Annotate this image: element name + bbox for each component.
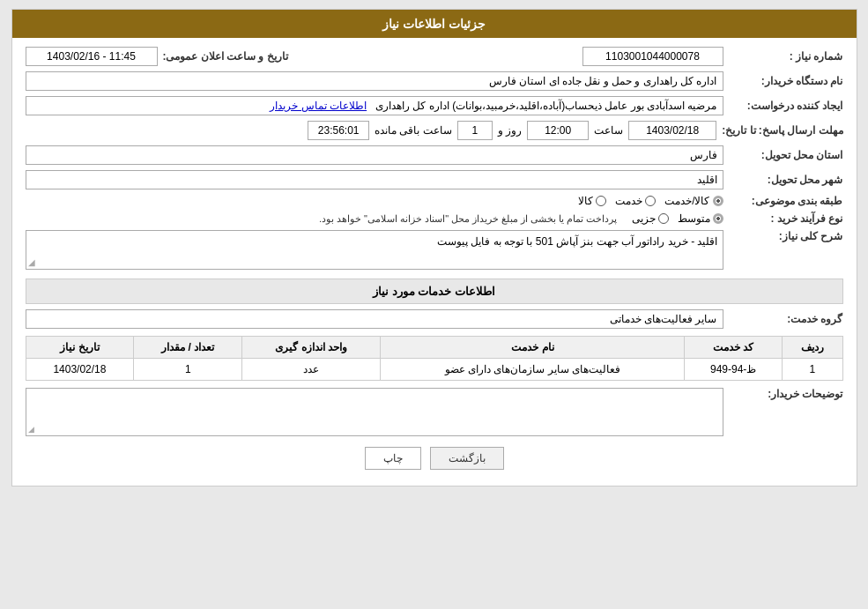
services-table: ردیف کد خدمت نام خدمت واحد اندازه گیری ت… — [26, 336, 843, 381]
creator-value: مرضیه اسدآبادی بور عامل ذیحساب(آباده،اقل… — [26, 96, 723, 115]
province-label: استان محل تحویل: — [729, 149, 843, 161]
purchase-type-label: نوع فرآیند خرید : — [729, 212, 843, 225]
radio-kala-khadamat[interactable]: کالا/خدمت — [664, 195, 723, 207]
province-value: فارس — [26, 145, 723, 165]
purchase-type-note: پرداخت تمام یا بخشی از مبلغ خریداز محل "… — [319, 213, 618, 225]
service-group-label: گروه خدمت: — [729, 313, 843, 325]
buyer-label: نام دستگاه خریدار: — [729, 75, 843, 87]
city-row: شهر محل تحویل: اقلید — [26, 170, 843, 189]
content-area: شماره نیاز : 1103001044000078 تاریخ و سا… — [12, 38, 857, 486]
contact-link[interactable]: اطلاعات تماس خریدار — [270, 100, 367, 112]
cell-quantity: 1 — [134, 359, 242, 381]
radio-jozi[interactable]: جزیی — [632, 212, 669, 225]
description-textarea[interactable]: اقلید - خرید راداتور آب جهت بنز آپاش 501… — [26, 230, 723, 270]
radio-motavasset[interactable]: متوسط — [678, 212, 723, 225]
reply-days-label: روز و — [498, 124, 522, 137]
need-number-label: شماره نیاز : — [729, 50, 843, 63]
radio-khadamat[interactable]: خدمت — [615, 195, 656, 207]
radio-kala-circle — [596, 196, 606, 206]
reply-remaining-value: 23:56:01 — [308, 121, 369, 140]
category-label: طبقه بندی موضوعی: — [729, 195, 843, 207]
radio-khadamat-circle — [645, 196, 656, 206]
col-header-service-code: کد خدمت — [685, 337, 783, 359]
reply-date-row: مهلت ارسال پاسخ: تا تاریخ: 1403/02/18 سا… — [26, 121, 843, 140]
buyer-row: نام دستگاه خریدار: اداره کل راهداری و حم… — [26, 71, 843, 91]
announcement-date-label: تاریخ و ساعت اعلان عمومی: — [163, 50, 288, 63]
reply-days-value: 1 — [457, 121, 493, 140]
cell-service-name: فعالیت‌های سایر سازمان‌های دارای عضو — [381, 359, 685, 381]
buyer-value: اداره کل راهداری و حمل و نقل جاده ای است… — [26, 71, 723, 91]
reply-time-value: 12:00 — [527, 121, 589, 140]
radio-kala-label: کالا — [578, 195, 593, 207]
need-number-value: 1103001044000078 — [582, 47, 723, 66]
radio-jozi-label: جزیی — [632, 212, 656, 225]
province-row: استان محل تحویل: فارس — [26, 145, 843, 165]
service-group-row: گروه خدمت: سایر فعالیت‌های خدماتی — [26, 309, 843, 329]
description-value: اقلید - خرید راداتور آب جهت بنز آپاش 501… — [437, 235, 717, 248]
page-container: جزئیات اطلاعات نیاز شماره نیاز : 1103001… — [11, 9, 857, 486]
cell-row-num: 1 — [782, 359, 842, 381]
creator-text: مرضیه اسدآبادی بور عامل ذیحساب(آباده،اقل… — [375, 100, 716, 112]
print-button[interactable]: چاپ — [365, 447, 421, 470]
city-value: اقلید — [26, 170, 723, 189]
radio-kala-khadamat-label: کالا/خدمت — [664, 195, 709, 207]
reply-date-label: مهلت ارسال پاسخ: تا تاریخ: — [722, 124, 842, 137]
radio-kala-khadamat-circle — [713, 196, 723, 206]
purchase-type-row: نوع فرآیند خرید : متوسط جزیی پرداخت تمام… — [26, 212, 843, 225]
announcement-date-value: 1403/02/16 - 11:45 — [26, 47, 158, 66]
radio-motavasset-circle — [713, 213, 723, 224]
buyer-desc-label: توضیحات خریدار: — [729, 388, 843, 400]
reply-date-value: 1403/02/18 — [628, 121, 716, 140]
services-table-section: ردیف کد خدمت نام خدمت واحد اندازه گیری ت… — [26, 336, 843, 381]
cell-unit: عدد — [242, 359, 381, 381]
buyer-desc-textarea[interactable]: ◢ — [26, 388, 723, 436]
page-title: جزئیات اطلاعات نیاز — [382, 17, 486, 31]
col-header-quantity: تعداد / مقدار — [134, 337, 242, 359]
buyer-desc-resize-icon: ◢ — [28, 425, 34, 434]
page-header: جزئیات اطلاعات نیاز — [12, 10, 857, 38]
category-row: طبقه بندی موضوعی: کالا/خدمت خدمت کالا — [26, 195, 843, 207]
creator-label: ایجاد کننده درخواست: — [729, 100, 843, 112]
col-header-row-num: ردیف — [782, 337, 842, 359]
col-header-unit: واحد اندازه گیری — [242, 337, 381, 359]
radio-motavasset-label: متوسط — [678, 212, 710, 225]
radio-jozi-circle — [658, 213, 669, 224]
reply-time-label: ساعت — [594, 124, 623, 137]
description-row: شرح کلی نیاز: اقلید - خرید راداتور آب جه… — [26, 230, 843, 270]
creator-row: ایجاد کننده درخواست: مرضیه اسدآبادی بور … — [26, 96, 843, 115]
service-group-value: سایر فعالیت‌های خدماتی — [26, 309, 723, 329]
cell-service-code: ظ-94-949 — [685, 359, 783, 381]
purchase-type-options: متوسط جزیی — [632, 212, 723, 225]
col-header-date: تاریخ نیاز — [26, 337, 134, 359]
reply-remaining-label: ساعت باقی مانده — [375, 124, 452, 137]
resize-icon: ◢ — [28, 257, 35, 267]
table-row: 1 ظ-94-949 فعالیت‌های سایر سازمان‌های دا… — [26, 359, 842, 381]
footer-buttons: بازگشت چاپ — [26, 447, 843, 470]
back-button[interactable]: بازگشت — [430, 447, 504, 470]
need-number-row: شماره نیاز : 1103001044000078 تاریخ و سا… — [26, 47, 843, 66]
buyer-desc-row: توضیحات خریدار: ◢ — [26, 388, 843, 436]
services-section-header: اطلاعات خدمات مورد نیاز — [26, 279, 843, 304]
col-header-service-name: نام خدمت — [381, 337, 685, 359]
radio-kala[interactable]: کالا — [578, 195, 606, 207]
radio-khadamat-label: خدمت — [615, 195, 642, 207]
category-options: کالا/خدمت خدمت کالا — [578, 195, 723, 207]
city-label: شهر محل تحویل: — [729, 174, 843, 186]
description-label: شرح کلی نیاز: — [729, 230, 843, 242]
cell-date: 1403/02/18 — [26, 359, 134, 381]
